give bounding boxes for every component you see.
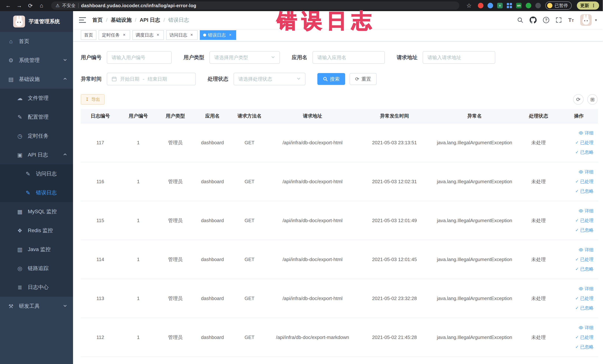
refresh-button[interactable]: ⟳ [573, 94, 583, 105]
ignored-link[interactable]: ✓已忽略 [560, 186, 593, 196]
url-text[interactable]: dashboard.yudao.iocoder.cn/infra/log/api… [81, 3, 196, 8]
security-label[interactable]: 不安全 [62, 3, 76, 9]
eye-icon [579, 209, 583, 213]
update-button[interactable]: 更新 ⋮ [577, 1, 599, 10]
column-settings-button[interactable]: ⊞ [587, 94, 598, 105]
extension-leaf-icon[interactable] [526, 3, 531, 8]
active-dot [203, 34, 206, 36]
address-bar[interactable]: ⚠ 不安全 dashboard.yudao.iocoder.cn/infra/l… [51, 1, 459, 10]
detail-link[interactable]: 详细 [560, 206, 593, 216]
check-icon: ✓ [575, 138, 579, 147]
app-logo[interactable]: 芋道管理系统 [0, 11, 73, 32]
sidebar-item-mysql-monitor[interactable]: ▦ MySQL 监控 [0, 202, 73, 221]
processed-link[interactable]: ✓已处理 [560, 255, 593, 264]
font-size-icon[interactable]: TT [568, 17, 574, 23]
col-time: 异常发生时间 [357, 109, 432, 123]
sidebar-item-infrastructure[interactable]: ▤ 基础设施 [0, 70, 73, 89]
bookmark-star-icon[interactable]: ☆ [464, 1, 474, 10]
ignored-link[interactable]: ✓已忽略 [560, 264, 593, 274]
processed-link[interactable]: ✓已处理 [560, 177, 593, 186]
extension-green-v-icon[interactable]: v [497, 3, 503, 8]
export-button[interactable]: ↧ 导出 [81, 94, 104, 105]
profile-chip[interactable]: 已暂停 [545, 1, 572, 10]
sidebar-item-log-center[interactable]: ≣ 日志中心 [0, 278, 73, 297]
search-icon [323, 77, 328, 82]
extension-on-icon[interactable]: on [516, 3, 522, 8]
tab-error-log[interactable]: 错误日志 × [200, 30, 236, 40]
close-icon[interactable]: × [189, 33, 194, 38]
forward-button[interactable]: → [15, 1, 24, 10]
check-icon: ✓ [575, 303, 579, 313]
chevron-down-icon [271, 55, 275, 60]
sidebar-item-file-management[interactable]: ☁ 文件管理 [0, 89, 73, 107]
help-icon[interactable]: ? [543, 17, 549, 23]
search-icon[interactable] [517, 17, 523, 23]
extension-paw-icon[interactable] [535, 3, 541, 8]
sidebar-item-access-log[interactable]: ✎ 访问日志 [0, 164, 73, 183]
avatar[interactable] [580, 14, 592, 26]
sidebar-item-api-logs[interactable]: ▣ API 日志 [0, 145, 73, 164]
detail-link[interactable]: 详细 [560, 284, 593, 294]
process-status-select[interactable]: 请选择处理状态 [233, 73, 305, 85]
check-icon: ✓ [575, 147, 579, 157]
sidebar-item-system-management[interactable]: ⚙ 系统管理 [0, 51, 73, 70]
sidebar-item-config-management[interactable]: ✎ 配置管理 [0, 107, 73, 127]
request-url-input[interactable] [423, 51, 495, 64]
tab-home[interactable]: 首页 [81, 30, 96, 40]
sidebar-item-scheduled-tasks[interactable]: ◷ 定时任务 [0, 127, 73, 145]
app-name-input[interactable] [313, 51, 385, 64]
detail-link[interactable]: 详细 [560, 167, 593, 177]
processed-link[interactable]: ✓已处理 [560, 332, 593, 342]
close-icon[interactable]: × [122, 33, 127, 38]
processed-link[interactable]: ✓已处理 [560, 216, 593, 225]
table-row: 116 1 管理员 dashboard GET /api/infra/db-do… [81, 162, 598, 201]
github-icon[interactable] [530, 16, 537, 23]
home-button[interactable]: ⌂ [37, 1, 46, 10]
detail-link[interactable]: 详细 [560, 128, 593, 138]
reset-button[interactable]: ⟳ 重置 [350, 73, 377, 85]
detail-link[interactable]: 详细 [560, 323, 593, 332]
back-button[interactable]: ← [4, 1, 13, 10]
breadcrumb-infrastructure[interactable]: 基础设施 [111, 16, 132, 23]
processed-link[interactable]: ✓已处理 [560, 138, 593, 147]
extension-grid-icon[interactable] [507, 3, 512, 8]
tab-scheduled-tasks[interactable]: 定时任务 × [99, 30, 130, 40]
ignored-link[interactable]: ✓已忽略 [560, 225, 593, 235]
user-id-input[interactable] [107, 51, 172, 64]
tab-access-log[interactable]: 访问日志 × [166, 30, 197, 40]
fullscreen-icon[interactable] [556, 17, 562, 23]
close-icon[interactable]: × [228, 33, 233, 38]
breadcrumb-home[interactable]: 首页 [92, 16, 103, 23]
chevron-up-icon [63, 76, 67, 82]
caret-down-icon[interactable]: ▾ [595, 18, 597, 22]
extension-red-icon[interactable] [478, 3, 483, 8]
app-title: 芋道管理系统 [29, 18, 60, 25]
hamburger-icon[interactable] [79, 17, 86, 23]
sidebar-item-trace[interactable]: ◎ 链路追踪 [0, 259, 73, 278]
ignored-link[interactable]: ✓已忽略 [560, 342, 593, 352]
ignored-link[interactable]: ✓已忽略 [560, 303, 593, 313]
sidebar-item-java-monitor[interactable]: ▥ Java 监控 [0, 240, 73, 259]
sidebar-item-dev-tools[interactable]: ⚒ 研发工具 [0, 297, 73, 316]
browser-menu-icon[interactable]: ⋮ [591, 3, 596, 8]
search-button[interactable]: 搜索 [317, 73, 345, 85]
ignored-link[interactable]: ✓已忽略 [560, 147, 593, 157]
profile-badge-label: 已暂停 [555, 3, 568, 9]
table-header-row: 日志编号 用户编号 用户类型 应用名 请求方法名 请求地址 异常发生时间 异常名… [81, 109, 598, 123]
chevron-down-icon [63, 303, 67, 309]
reload-button[interactable]: ⟳ [26, 1, 35, 10]
exception-time-range-picker[interactable]: 开始日期 - 结束日期 [107, 73, 196, 85]
detail-link[interactable]: 详细 [560, 245, 593, 255]
breadcrumb-api-logs[interactable]: API 日志 [140, 16, 160, 23]
processed-link[interactable]: ✓已处理 [560, 294, 593, 303]
tab-schedule-log[interactable]: 调度日志 × [132, 30, 164, 40]
close-icon[interactable]: × [155, 33, 161, 38]
eye-icon [579, 131, 583, 135]
extension-blue-icon[interactable] [487, 3, 493, 8]
exception-time-label: 异常时间 [81, 75, 102, 82]
user-type-select[interactable]: 请选择用户类型 [209, 51, 280, 64]
sidebar-item-redis-monitor[interactable]: ❖ Redis 监控 [0, 221, 73, 240]
sidebar-item-error-log[interactable]: ✎ 错误日志 [0, 183, 73, 202]
table-row: 112 1 管理员 dashboard GET /api/infra/db-do… [81, 318, 598, 357]
sidebar-item-home[interactable]: ⌂ 首页 [0, 32, 73, 51]
